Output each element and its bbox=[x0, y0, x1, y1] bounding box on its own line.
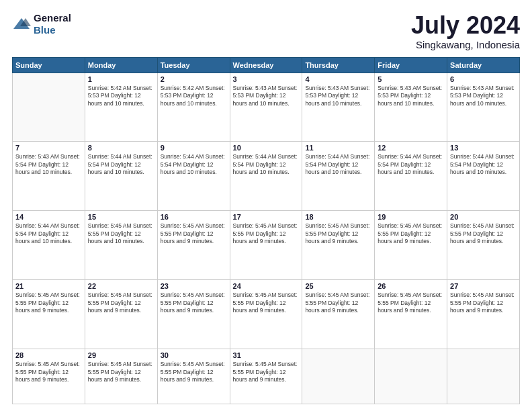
day-info: Sunrise: 5:44 AM Sunset: 5:54 PM Dayligh… bbox=[15, 222, 82, 245]
table-row: 27Sunrise: 5:45 AM Sunset: 5:55 PM Dayli… bbox=[447, 280, 520, 349]
header-monday: Monday bbox=[85, 57, 157, 73]
day-number: 28 bbox=[15, 351, 82, 359]
day-number: 16 bbox=[161, 213, 227, 221]
day-number: 27 bbox=[450, 282, 517, 290]
day-number: 7 bbox=[15, 144, 82, 152]
day-number: 1 bbox=[88, 75, 154, 83]
table-row: 25Sunrise: 5:45 AM Sunset: 5:55 PM Dayli… bbox=[302, 280, 375, 349]
day-number: 31 bbox=[233, 351, 300, 359]
day-number: 22 bbox=[88, 282, 154, 290]
day-info: Sunrise: 5:44 AM Sunset: 5:54 PM Dayligh… bbox=[305, 153, 371, 176]
day-info: Sunrise: 5:45 AM Sunset: 5:55 PM Dayligh… bbox=[378, 291, 444, 314]
day-info: Sunrise: 5:45 AM Sunset: 5:55 PM Dayligh… bbox=[88, 222, 154, 245]
table-row: 2Sunrise: 5:42 AM Sunset: 5:53 PM Daylig… bbox=[157, 73, 230, 142]
day-info: Sunrise: 5:45 AM Sunset: 5:55 PM Dayligh… bbox=[15, 361, 82, 383]
day-number: 6 bbox=[450, 75, 517, 83]
table-row: 21Sunrise: 5:45 AM Sunset: 5:55 PM Dayli… bbox=[13, 280, 85, 349]
header-sunday: Sunday bbox=[13, 57, 85, 73]
title-block: July 2024 Singkawang, Indonesia bbox=[411, 12, 520, 50]
day-info: Sunrise: 5:45 AM Sunset: 5:55 PM Dayligh… bbox=[161, 361, 227, 383]
calendar-table: Sunday Monday Tuesday Wednesday Thursday… bbox=[12, 57, 520, 404]
day-number: 26 bbox=[378, 282, 444, 290]
day-info: Sunrise: 5:42 AM Sunset: 5:53 PM Dayligh… bbox=[88, 85, 154, 107]
day-number: 18 bbox=[305, 213, 371, 221]
day-info: Sunrise: 5:43 AM Sunset: 5:54 PM Dayligh… bbox=[15, 153, 82, 176]
table-row: 1Sunrise: 5:42 AM Sunset: 5:53 PM Daylig… bbox=[85, 73, 157, 142]
calendar-header-row: Sunday Monday Tuesday Wednesday Thursday… bbox=[13, 57, 520, 73]
header-thursday: Thursday bbox=[302, 57, 375, 73]
table-row: 30Sunrise: 5:45 AM Sunset: 5:55 PM Dayli… bbox=[157, 349, 230, 404]
day-number: 29 bbox=[88, 351, 154, 359]
day-number: 8 bbox=[88, 144, 154, 152]
logo: General Blue bbox=[12, 12, 71, 36]
logo-general-text: General bbox=[34, 12, 71, 24]
day-info: Sunrise: 5:43 AM Sunset: 5:53 PM Dayligh… bbox=[233, 85, 300, 107]
header-tuesday: Tuesday bbox=[157, 57, 230, 73]
day-info: Sunrise: 5:45 AM Sunset: 5:55 PM Dayligh… bbox=[88, 291, 154, 314]
table-row: 14Sunrise: 5:44 AM Sunset: 5:54 PM Dayli… bbox=[13, 211, 85, 280]
table-row: 19Sunrise: 5:45 AM Sunset: 5:55 PM Dayli… bbox=[375, 211, 447, 280]
header-saturday: Saturday bbox=[447, 57, 520, 73]
day-number: 15 bbox=[88, 213, 154, 221]
day-number: 13 bbox=[450, 144, 517, 152]
day-info: Sunrise: 5:45 AM Sunset: 5:55 PM Dayligh… bbox=[233, 291, 300, 314]
day-info: Sunrise: 5:43 AM Sunset: 5:53 PM Dayligh… bbox=[305, 85, 371, 107]
day-number: 30 bbox=[161, 351, 227, 359]
calendar-location: Singkawang, Indonesia bbox=[411, 39, 520, 50]
day-info: Sunrise: 5:44 AM Sunset: 5:54 PM Dayligh… bbox=[88, 153, 154, 176]
day-info: Sunrise: 5:45 AM Sunset: 5:55 PM Dayligh… bbox=[305, 291, 371, 314]
table-row: 23Sunrise: 5:45 AM Sunset: 5:55 PM Dayli… bbox=[157, 280, 230, 349]
day-number: 20 bbox=[450, 213, 517, 221]
table-row: 17Sunrise: 5:45 AM Sunset: 5:55 PM Dayli… bbox=[230, 211, 302, 280]
table-row bbox=[375, 349, 447, 404]
logo-blue-text: Blue bbox=[34, 24, 56, 36]
table-row: 16Sunrise: 5:45 AM Sunset: 5:55 PM Dayli… bbox=[157, 211, 230, 280]
day-number: 25 bbox=[305, 282, 371, 290]
day-info: Sunrise: 5:43 AM Sunset: 5:53 PM Dayligh… bbox=[450, 85, 517, 107]
table-row: 7Sunrise: 5:43 AM Sunset: 5:54 PM Daylig… bbox=[13, 142, 85, 211]
day-number: 5 bbox=[378, 75, 444, 83]
table-row: 20Sunrise: 5:45 AM Sunset: 5:55 PM Dayli… bbox=[447, 211, 520, 280]
day-info: Sunrise: 5:45 AM Sunset: 5:55 PM Dayligh… bbox=[305, 222, 371, 245]
table-row: 11Sunrise: 5:44 AM Sunset: 5:54 PM Dayli… bbox=[302, 142, 375, 211]
table-row: 5Sunrise: 5:43 AM Sunset: 5:53 PM Daylig… bbox=[375, 73, 447, 142]
logo-icon bbox=[12, 17, 31, 32]
day-info: Sunrise: 5:45 AM Sunset: 5:55 PM Dayligh… bbox=[233, 361, 300, 383]
day-number: 9 bbox=[161, 144, 227, 152]
day-number: 2 bbox=[161, 75, 227, 83]
day-info: Sunrise: 5:45 AM Sunset: 5:55 PM Dayligh… bbox=[450, 291, 517, 314]
day-number: 4 bbox=[305, 75, 371, 83]
calendar-title: July 2024 bbox=[411, 12, 520, 39]
table-row: 18Sunrise: 5:45 AM Sunset: 5:55 PM Dayli… bbox=[302, 211, 375, 280]
day-info: Sunrise: 5:44 AM Sunset: 5:54 PM Dayligh… bbox=[233, 153, 300, 176]
day-info: Sunrise: 5:45 AM Sunset: 5:55 PM Dayligh… bbox=[161, 291, 227, 314]
day-number: 21 bbox=[15, 282, 82, 290]
table-row: 10Sunrise: 5:44 AM Sunset: 5:54 PM Dayli… bbox=[230, 142, 302, 211]
day-number: 12 bbox=[378, 144, 444, 152]
day-info: Sunrise: 5:45 AM Sunset: 5:55 PM Dayligh… bbox=[15, 291, 82, 314]
table-row: 13Sunrise: 5:44 AM Sunset: 5:54 PM Dayli… bbox=[447, 142, 520, 211]
day-number: 17 bbox=[233, 213, 300, 221]
table-row: 3Sunrise: 5:43 AM Sunset: 5:53 PM Daylig… bbox=[230, 73, 302, 142]
table-row: 4Sunrise: 5:43 AM Sunset: 5:53 PM Daylig… bbox=[302, 73, 375, 142]
day-number: 10 bbox=[233, 144, 300, 152]
day-info: Sunrise: 5:45 AM Sunset: 5:55 PM Dayligh… bbox=[233, 222, 300, 245]
table-row: 12Sunrise: 5:44 AM Sunset: 5:54 PM Dayli… bbox=[375, 142, 447, 211]
day-info: Sunrise: 5:42 AM Sunset: 5:53 PM Dayligh… bbox=[161, 85, 227, 107]
day-info: Sunrise: 5:45 AM Sunset: 5:55 PM Dayligh… bbox=[378, 222, 444, 245]
table-row: 15Sunrise: 5:45 AM Sunset: 5:55 PM Dayli… bbox=[85, 211, 157, 280]
day-info: Sunrise: 5:44 AM Sunset: 5:54 PM Dayligh… bbox=[378, 153, 444, 176]
table-row: 24Sunrise: 5:45 AM Sunset: 5:55 PM Dayli… bbox=[230, 280, 302, 349]
day-info: Sunrise: 5:43 AM Sunset: 5:53 PM Dayligh… bbox=[378, 85, 444, 107]
day-number: 14 bbox=[15, 213, 82, 221]
table-row: 29Sunrise: 5:45 AM Sunset: 5:55 PM Dayli… bbox=[85, 349, 157, 404]
table-row: 28Sunrise: 5:45 AM Sunset: 5:55 PM Dayli… bbox=[13, 349, 85, 404]
header-friday: Friday bbox=[375, 57, 447, 73]
table-row: 6Sunrise: 5:43 AM Sunset: 5:53 PM Daylig… bbox=[447, 73, 520, 142]
day-info: Sunrise: 5:44 AM Sunset: 5:54 PM Dayligh… bbox=[450, 153, 517, 176]
day-info: Sunrise: 5:45 AM Sunset: 5:55 PM Dayligh… bbox=[161, 222, 227, 245]
table-row: 22Sunrise: 5:45 AM Sunset: 5:55 PM Dayli… bbox=[85, 280, 157, 349]
day-info: Sunrise: 5:44 AM Sunset: 5:54 PM Dayligh… bbox=[161, 153, 227, 176]
day-number: 19 bbox=[378, 213, 444, 221]
table-row bbox=[447, 349, 520, 404]
